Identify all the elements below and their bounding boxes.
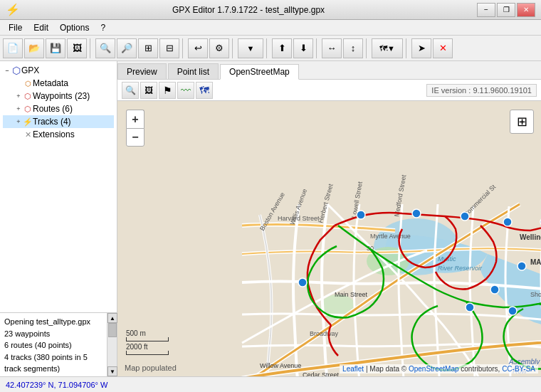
map-track-btn[interactable]: 〰	[177, 82, 194, 99]
tab-pointlist[interactable]: Point list	[168, 63, 219, 79]
arrow-button[interactable]: ➤	[411, 38, 431, 58]
tab-preview[interactable]: Preview	[117, 63, 167, 79]
tree-item-extensions[interactable]: ✕ Extensions	[3, 128, 114, 141]
sep1	[90, 38, 93, 58]
map-toolbar: 🔍 🖼 ⚑ 〰 🗺 IE version : 9.11.9600.19101	[117, 80, 541, 101]
status-bar: 42.407239° N, 71.094706° W	[0, 376, 541, 392]
right-panel: Preview Point list OpenStreetMap 🔍 🖼 ⚑ 〰…	[117, 61, 541, 376]
tab-osm[interactable]: OpenStreetMap	[220, 64, 299, 80]
close-tb-button[interactable]: ✕	[433, 38, 453, 58]
restore-button[interactable]: ❐	[497, 3, 515, 17]
log-scrollbar[interactable]: ▲ ▼	[107, 313, 117, 376]
map-zoom-btn[interactable]: 🔍	[122, 82, 139, 99]
tree-item-waypoints[interactable]: + ⬡ Waypoints (23)	[3, 90, 114, 102]
tracks-icon: ⚡	[23, 117, 33, 127]
close-button[interactable]: ✕	[517, 3, 535, 17]
tab-pointlist-label: Point list	[177, 67, 209, 77]
log-line-1: Opening test_alltype.gpx	[4, 316, 103, 328]
map-layers-button[interactable]: ⊞	[510, 110, 534, 134]
zoom-out-button[interactable]: 🔎	[117, 38, 137, 58]
save-button[interactable]: 💾	[46, 38, 65, 58]
map-toolbar-left: 🔍 🖼 ⚑ 〰 🗺	[122, 82, 213, 99]
map-container[interactable]: Boston Avenue Willis Avenue Herbert Stre…	[117, 101, 541, 376]
tree-item-metadata[interactable]: ⬡ Metadata	[3, 77, 114, 90]
menu-help[interactable]: ?	[95, 21, 111, 34]
attribution-sep: | Map data ©	[366, 365, 409, 373]
extensions-label: Extensions	[33, 129, 75, 139]
tree-item-gpx[interactable]: − ⬡ GPX	[3, 64, 114, 77]
window-controls: − ❐ ✕	[477, 3, 535, 17]
svg-text:River Reservoir: River Reservoir	[438, 265, 483, 272]
expand-waypoints[interactable]: +	[14, 92, 23, 100]
svg-text:Harvard Street: Harvard Street	[278, 215, 320, 222]
coordinates-label: 42.407239° N, 71.094706° W	[6, 381, 107, 389]
scale-2000ft-label: 2000 ft	[126, 343, 169, 351]
map-flag-btn[interactable]: ⚑	[159, 82, 176, 99]
svg-point-32	[518, 262, 526, 270]
map-attribution: Leaflet | Map data © OpenStreetMap contr…	[340, 364, 538, 374]
zoom-fit-button[interactable]: ⊞	[138, 38, 158, 58]
map-zoom-minus[interactable]: −	[126, 128, 145, 147]
routes-icon: ⬡	[23, 105, 33, 114]
filter-dropdown[interactable]: ▼	[238, 38, 263, 58]
scroll-down-arrow[interactable]: ▼	[107, 366, 117, 376]
zoom-in-button[interactable]: 🔍	[95, 38, 115, 58]
new-button[interactable]: 📄	[3, 38, 23, 58]
flip-h-button[interactable]: ↔	[322, 38, 342, 58]
log-line-3: 6 routes (40 points)	[4, 339, 103, 351]
settings-button[interactable]: ⚙	[209, 38, 229, 58]
tab-bar: Preview Point list OpenStreetMap	[117, 61, 541, 80]
svg-point-34	[466, 303, 474, 312]
open-button[interactable]: 📂	[24, 38, 44, 58]
left-panel: − ⬡ GPX ⬡ Metadata + ⬡ Waypoints (23)	[0, 61, 117, 376]
gpx-label: GPX	[21, 65, 39, 75]
svg-point-35	[508, 307, 517, 315]
svg-point-26	[357, 211, 365, 219]
svg-text:Wellington: Wellington	[520, 233, 541, 241]
svg-point-39	[298, 278, 307, 287]
tree-item-routes[interactable]: + ⬡ Routes (6)	[3, 102, 114, 115]
waypoints-label: Waypoints (23)	[33, 91, 90, 101]
map-dropdown[interactable]: 🗺▼	[372, 38, 403, 58]
gpx-icon: ⬡	[11, 65, 21, 76]
log-area: Opening test_alltype.gpx 23 waypoints 6 …	[0, 312, 117, 376]
menu-options[interactable]: Options	[54, 21, 95, 34]
osm-link[interactable]: OpenStreetMap	[409, 365, 459, 373]
menu-file[interactable]: File	[3, 21, 28, 34]
waypoints-icon: ⬡	[23, 92, 33, 101]
log-line-5: track segments)	[4, 363, 103, 375]
undo-button[interactable]: ↩	[188, 38, 208, 58]
main-area: − ⬡ GPX ⬡ Metadata + ⬡ Waypoints (23)	[0, 61, 541, 376]
svg-point-28	[461, 212, 469, 221]
scale-2000ft: 2000 ft	[126, 343, 169, 355]
tree-item-tracks[interactable]: + ⚡ Tracks (4)	[3, 115, 114, 128]
minimize-button[interactable]: −	[477, 3, 495, 17]
tab-osm-label: OpenStreetMap	[229, 67, 290, 77]
ie-version-label: IE version : 9.11.9600.19101	[426, 84, 537, 97]
metadata-icon: ⬡	[23, 80, 33, 88]
expand-tracks[interactable]: +	[14, 118, 23, 125]
scroll-thumb[interactable]	[108, 323, 117, 337]
map-zoom-plus[interactable]: +	[126, 110, 145, 128]
zoom-all-button[interactable]: ⊟	[159, 38, 179, 58]
window-title: GPX Editor 1.7.9.1722 - test_alltype.gpx	[20, 5, 477, 15]
log-line-4: 4 tracks (380 points in 5	[4, 351, 103, 364]
expand-gpx[interactable]: −	[3, 67, 11, 74]
download-button[interactable]: ⬇	[293, 38, 313, 58]
upload-button[interactable]: ⬆	[272, 38, 292, 58]
metadata-label: Metadata	[33, 78, 68, 88]
svg-point-27	[412, 209, 421, 218]
svg-text:MA: MA	[530, 258, 541, 266]
map-image-btn[interactable]: 🖼	[140, 82, 157, 99]
layers-icon: ⊞	[517, 114, 527, 129]
export-button[interactable]: 🖼	[67, 38, 87, 58]
leaflet-link[interactable]: Leaflet	[342, 365, 364, 373]
scroll-up-arrow[interactable]: ▲	[107, 313, 117, 323]
expand-routes[interactable]: +	[14, 105, 23, 112]
routes-label: Routes (6)	[33, 104, 73, 114]
log-line-2: 23 waypoints	[4, 328, 103, 340]
license-link[interactable]: CC-BY-SA	[502, 365, 535, 373]
map-layer2-btn[interactable]: 🗺	[196, 82, 213, 99]
flip-v-button[interactable]: ↕	[343, 38, 363, 58]
menu-edit[interactable]: Edit	[28, 21, 54, 34]
